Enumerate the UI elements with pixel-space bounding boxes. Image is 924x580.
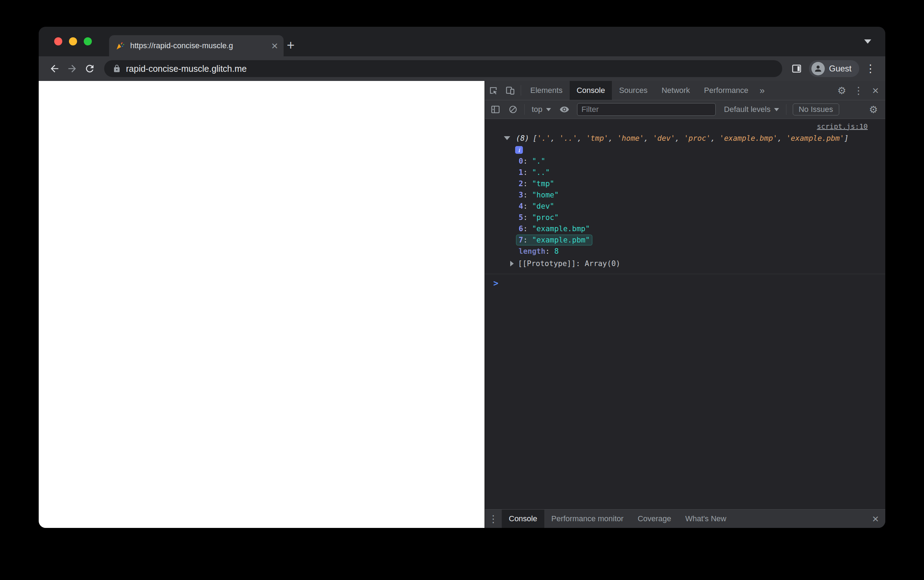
tab-console[interactable]: Console	[502, 510, 544, 528]
profile-button[interactable]: Guest	[809, 60, 859, 77]
live-expression-eye-icon[interactable]	[556, 104, 573, 114]
page-content	[39, 81, 485, 528]
separator	[524, 104, 524, 115]
array-preview-items: '.', '..', 'tmp', 'home', 'dev', 'proc',…	[537, 134, 845, 143]
tab-performance[interactable]: Performance	[697, 81, 755, 100]
tab-what-s-new[interactable]: What's New	[678, 510, 733, 528]
console-settings-gear-icon[interactable]: ⚙	[865, 104, 882, 115]
person-icon	[814, 64, 823, 73]
profile-label: Guest	[829, 64, 852, 74]
array-preview-item: 'tmp'	[586, 134, 608, 143]
console-array-entry: 7: "example.pbm"	[519, 234, 885, 246]
array-preview-item: 'dev'	[653, 134, 675, 143]
device-toolbar-button[interactable]	[502, 81, 519, 100]
maximize-window-button[interactable]	[84, 37, 92, 45]
url-text[interactable]: rapid-concise-muscle.glitch.me	[126, 64, 247, 74]
issues-counter[interactable]: No Issues	[793, 104, 839, 115]
more-tabs-button[interactable]: »	[755, 81, 769, 100]
party-popper-icon	[115, 41, 125, 51]
address-bar[interactable]: rapid-concise-muscle.glitch.me	[104, 60, 782, 77]
console-output: script.js:10 (8)['.', '..', 'tmp', 'home…	[485, 119, 885, 509]
clear-console-button[interactable]	[505, 104, 521, 114]
console-array-entry: 0: "."	[519, 156, 885, 167]
filter-input[interactable]	[577, 103, 716, 116]
tab-console[interactable]: Console	[570, 81, 612, 100]
console-prompt[interactable]: >	[485, 274, 885, 288]
source-link-row: script.js:10	[485, 121, 885, 132]
array-preview-item: 'home'	[617, 134, 644, 143]
console-sidebar-button[interactable]	[487, 104, 504, 114]
inspect-element-button[interactable]	[485, 81, 502, 100]
console-toolbar: top Default levels No Issues ⚙	[485, 100, 885, 119]
side-panel-button[interactable]	[788, 60, 806, 77]
array-preview-item: '.'	[537, 134, 551, 143]
prototype-row[interactable]: [[Prototype]]: Array(0)	[485, 258, 885, 270]
console-array-entry: 5: "proc"	[519, 212, 885, 223]
devtools-drawer: ⋮ ConsolePerformance monitorCoverageWhat…	[485, 509, 885, 528]
console-array-entry: 4: "dev"	[519, 201, 885, 212]
log-levels-dropdown[interactable]: Default levels	[720, 105, 783, 114]
tab-strip: https://rapid-concise-muscle.g × +	[39, 27, 885, 56]
devtools-panel: ElementsConsoleSourcesNetworkPerformance…	[485, 81, 885, 528]
separator	[786, 104, 786, 115]
avatar	[811, 62, 825, 75]
drawer-close-icon[interactable]: ×	[867, 512, 884, 526]
forward-button[interactable]	[63, 60, 81, 77]
chevron-down-icon[interactable]	[864, 40, 871, 44]
tab-elements[interactable]: Elements	[523, 81, 570, 100]
console-message: script.js:10 (8)['.', '..', 'tmp', 'home…	[485, 121, 885, 274]
info-row: i	[485, 144, 885, 156]
tab-close-icon[interactable]: ×	[271, 40, 278, 51]
length-key: length	[519, 247, 546, 255]
array-preview-row[interactable]: (8)['.', '..', 'tmp', 'home', 'dev', 'pr…	[485, 132, 885, 144]
devtools-close-icon[interactable]: ×	[867, 84, 884, 97]
new-tab-button[interactable]: +	[283, 37, 298, 53]
context-selector[interactable]: top	[528, 105, 555, 114]
chevron-down-icon	[774, 108, 779, 111]
array-preview-item: 'example.bmp'	[720, 134, 777, 143]
lock-icon[interactable]	[113, 64, 121, 73]
array-entries: 0: "."1: ".."2: "tmp"3: "home"4: "dev"5:…	[485, 156, 885, 246]
array-preview-item: 'proc'	[684, 134, 711, 143]
length-value: 8	[554, 247, 559, 255]
devtools-tabbar: ElementsConsoleSourcesNetworkPerformance…	[485, 81, 885, 100]
tab-network[interactable]: Network	[654, 81, 697, 100]
prompt-chevron-icon: >	[493, 278, 498, 288]
tab-coverage[interactable]: Coverage	[631, 510, 678, 528]
browser-tab[interactable]: https://rapid-concise-muscle.g ×	[109, 35, 284, 56]
minimize-window-button[interactable]	[69, 37, 77, 45]
drawer-menu-icon[interactable]: ⋮	[485, 510, 502, 528]
array-preview-item: 'example.pbm'	[786, 134, 844, 143]
devtools-tab-list: ElementsConsoleSourcesNetworkPerformance	[523, 81, 755, 100]
tab-performance-monitor[interactable]: Performance monitor	[544, 510, 631, 528]
browser-toolbar: rapid-concise-muscle.glitch.me Guest ⋮	[39, 56, 885, 81]
devtools-menu-icon[interactable]: ⋮	[850, 85, 867, 96]
back-button[interactable]	[46, 60, 63, 77]
browser-window: https://rapid-concise-muscle.g × + rapid…	[39, 27, 885, 528]
info-icon[interactable]: i	[515, 146, 523, 154]
expand-triangle-icon[interactable]	[504, 136, 510, 140]
array-preview-item: '..'	[559, 134, 577, 143]
console-array-entry: 6: "example.bmp"	[519, 223, 885, 234]
tab-title: https://rapid-concise-muscle.g	[130, 41, 266, 50]
prototype-key: [[Prototype]]	[518, 259, 575, 268]
reload-button[interactable]	[81, 60, 99, 77]
browser-menu-icon[interactable]: ⋮	[863, 61, 878, 76]
array-length-prefix: (8)	[516, 134, 529, 143]
settings-gear-icon[interactable]: ⚙	[833, 85, 850, 96]
collapsed-triangle-icon[interactable]	[510, 261, 514, 267]
source-link[interactable]: script.js:10	[817, 122, 868, 130]
separator	[521, 85, 521, 96]
window-content: ElementsConsoleSourcesNetworkPerformance…	[39, 81, 885, 528]
prototype-value: Array(0)	[585, 259, 620, 268]
close-window-button[interactable]	[54, 37, 62, 45]
console-array-entry: 2: "tmp"	[519, 178, 885, 189]
console-array-entry: 1: ".."	[519, 167, 885, 178]
tab-sources[interactable]: Sources	[612, 81, 654, 100]
chevron-down-icon	[546, 108, 551, 111]
console-array-entry: 3: "home"	[519, 189, 885, 201]
traffic-lights	[54, 37, 92, 45]
array-length-row: length: 8	[485, 246, 885, 257]
drawer-tab-list: ConsolePerformance monitorCoverageWhat's…	[502, 510, 733, 528]
